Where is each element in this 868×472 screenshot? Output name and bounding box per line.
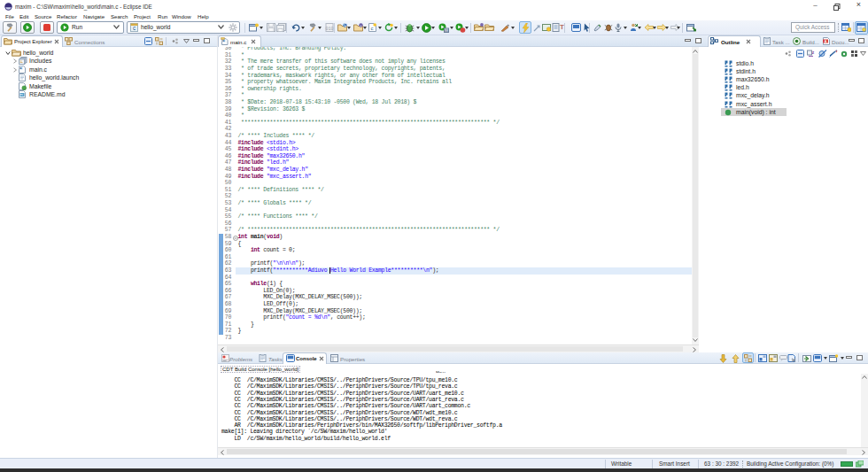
svg-text:01: 01 [445,29,448,33]
svg-text:c: c [371,26,374,31]
svg-text:z: z [812,50,815,55]
svg-text:010: 010 [325,27,333,32]
